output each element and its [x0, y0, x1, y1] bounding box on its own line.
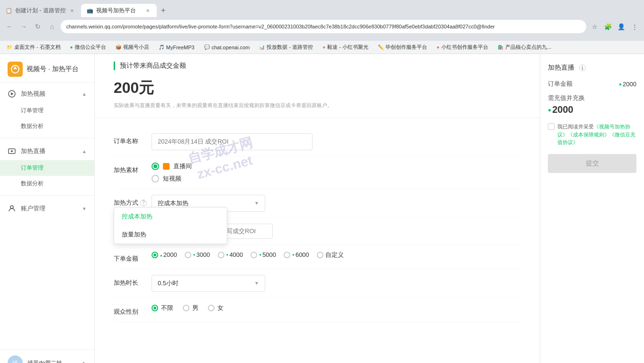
gender-radio-male: [183, 305, 189, 311]
order-name-label: 订单名称: [114, 133, 152, 145]
material-live-label: 直播间: [173, 162, 192, 171]
duration-arrow-icon: ▼: [254, 281, 259, 286]
order-name-control: [152, 133, 521, 150]
order-amount-dot: ●: [619, 82, 622, 87]
sidebar-divider-2: [0, 195, 94, 196]
bookmark-ad-data[interactable]: 📊投放数据 - 道路管控: [256, 43, 316, 52]
extension-icon[interactable]: 🧩: [602, 21, 614, 32]
method-option-cost-control[interactable]: 控成本加热: [114, 208, 227, 226]
amount-option-6000[interactable]: ●6000: [284, 251, 309, 258]
estimated-note: 实际效果与直播质量有关，未带来的观量将在直播结束后按规则折算微信豆或卡券退回原账…: [114, 101, 521, 110]
chevron-up-icon-live: ▲: [82, 149, 87, 154]
gender-control: 不限 男 女: [152, 304, 521, 312]
bookmark-desktop-files[interactable]: 📁桌面文件 - 石墨文档: [4, 43, 63, 52]
duration-value: 0.5小时: [158, 279, 179, 288]
bookmark-redbook-2[interactable]: ●小红书创作服务平台: [434, 43, 491, 52]
amount-value-2000: 2000: [160, 251, 177, 258]
gender-option-male[interactable]: 男: [183, 304, 198, 312]
sidebar-sub-data-live[interactable]: 数据分析: [0, 176, 94, 191]
bookmark-redbook-1[interactable]: ●毅途 - 小红书聚光: [320, 43, 371, 52]
amount-radio-4000: [218, 252, 224, 258]
sidebar-item-boost-live[interactable]: 加热直播 ▲: [0, 142, 94, 160]
duration-select[interactable]: 0.5小时 ▼: [152, 275, 265, 292]
amount-option-2000[interactable]: 2000: [152, 251, 177, 258]
sidebar-sub-order-video[interactable]: 订单管理: [0, 103, 94, 118]
order-name-input[interactable]: [152, 133, 313, 150]
panel-order-amount-value: ● 2000: [619, 81, 636, 88]
agreement-row: 我已阅读并采受《视频号加热协议》《成本保障规则》《微信豆充值协议》: [548, 123, 636, 146]
settings-icon[interactable]: ⋮: [629, 21, 640, 32]
sidebar-item-boost-video[interactable]: 加热视频 ▲: [0, 85, 94, 103]
method-row: 加热方式 ? 控成本加热 ▼ 控成本加热 放量加热: [114, 189, 521, 218]
amount-value-4000: ●4000: [226, 251, 243, 258]
refresh-button[interactable]: ↻: [32, 21, 44, 32]
amount-row: 下单金额 2000 ●3000: [114, 245, 521, 269]
method-help-icon[interactable]: ?: [140, 200, 147, 206]
gender-option-all[interactable]: 不限: [152, 304, 173, 312]
amount-radio-6000: [284, 252, 290, 258]
sidebar-sub-data-video[interactable]: 数据分析: [0, 118, 94, 134]
bookmark-myfreemp3[interactable]: 🎵MyFreeMP3: [156, 44, 197, 51]
svg-point-5: [11, 150, 13, 152]
tab-label-1: 创建计划 - 道路管控: [15, 7, 66, 15]
home-button[interactable]: ⌂: [46, 21, 58, 32]
live-icon-square: [163, 163, 170, 170]
svg-marker-3: [11, 92, 14, 95]
material-option-live[interactable]: 直播间: [152, 162, 521, 171]
tab-active[interactable]: 📺 视频号加热平台 ✕: [81, 4, 157, 17]
bookmark-creation-1[interactable]: ✏️毕创创作服务平台: [375, 43, 430, 52]
amount-option-4000[interactable]: ●4000: [218, 251, 243, 258]
amount-option-custom[interactable]: 自定义: [317, 251, 344, 259]
user-profile-icon[interactable]: 👤: [616, 21, 627, 32]
panel-recharge: 需充值并充换 ● 2000: [548, 94, 636, 115]
amount-value-3000: ●3000: [193, 251, 210, 258]
submit-button[interactable]: 提交: [548, 154, 636, 173]
gender-label-male: 男: [192, 304, 198, 312]
panel-title-text: 加热直播: [548, 64, 574, 72]
address-input[interactable]: [61, 20, 586, 33]
user-name: 靖平de周二娃: [27, 359, 78, 363]
address-bar-row: ← → ↻ ⌂ ☆ 🧩 👤 ⋮: [0, 17, 644, 36]
gender-row: 观众性别 不限 男 女: [114, 298, 521, 322]
user-info[interactable]: 靖 靖平de周二娃 ▶: [0, 350, 94, 363]
tab-label-2: 视频号加热平台: [96, 7, 136, 15]
sidebar-label-boost-live: 加热直播: [21, 147, 77, 155]
bookmark-icon[interactable]: ☆: [589, 21, 600, 32]
material-control: 直播间 短视频: [152, 162, 521, 183]
live-icon: [8, 147, 16, 155]
panel-help-icon[interactable]: ℹ: [579, 64, 586, 71]
agreement-link-2[interactable]: 《成本保障规则》: [568, 132, 609, 137]
sidebar-sub-order-live[interactable]: 订单管理: [0, 160, 94, 176]
gender-option-female[interactable]: 女: [208, 304, 224, 312]
bookmark-wechat-platform[interactable]: ●微信公众平台: [67, 43, 109, 52]
method-option-volume[interactable]: 放量加热: [114, 226, 227, 244]
tab-close-2[interactable]: ✕: [144, 7, 151, 14]
sidebar-label-boost-video: 加热视频: [21, 90, 77, 98]
bookmark-product[interactable]: 🛍️产品核心卖点的九...: [495, 43, 554, 52]
new-tab-button[interactable]: +: [157, 4, 170, 17]
material-row: 加热素材 直播间 短视频: [114, 156, 521, 189]
main-content: 预计带来商品成交金额 200元 实际效果与直播质量有关，未带来的观量将在直播结束…: [95, 54, 644, 363]
amount-radio-3000: [185, 252, 191, 258]
forward-button[interactable]: →: [18, 21, 29, 32]
user-avatar: 靖: [8, 355, 23, 363]
amount-option-3000[interactable]: ●3000: [185, 251, 210, 258]
sidebar-divider-1: [0, 138, 94, 138]
amount-value-6000: ●6000: [292, 251, 309, 258]
play-icon: [8, 90, 16, 98]
recharge-amount: ● 2000: [548, 104, 636, 115]
agreement-checkbox[interactable]: [548, 123, 555, 130]
back-button[interactable]: ←: [4, 21, 15, 32]
duration-control: 0.5小时 ▼: [152, 275, 521, 292]
avatar-text: 靖: [12, 359, 18, 363]
tab-close-1[interactable]: ✕: [69, 7, 75, 14]
bookmark-chatgpt[interactable]: 💬chat.openai.com: [201, 44, 253, 51]
estimated-amount: 200元: [114, 78, 521, 99]
material-option-short-video[interactable]: 短视频: [152, 174, 521, 183]
estimated-section: 预计带来商品成交金额 200元 实际效果与直播质量有关，未带来的观量将在直播结束…: [95, 54, 540, 118]
bookmark-video-shop[interactable]: 📦视频号小店: [113, 43, 152, 52]
tab-inactive[interactable]: 📋 创建计划 - 道路管控 ✕: [0, 4, 81, 17]
chevron-up-icon-video: ▲: [82, 91, 87, 97]
sidebar-item-account-mgmt[interactable]: 账户管理 ▼: [0, 200, 94, 218]
amount-option-5000[interactable]: ●5000: [250, 251, 276, 258]
